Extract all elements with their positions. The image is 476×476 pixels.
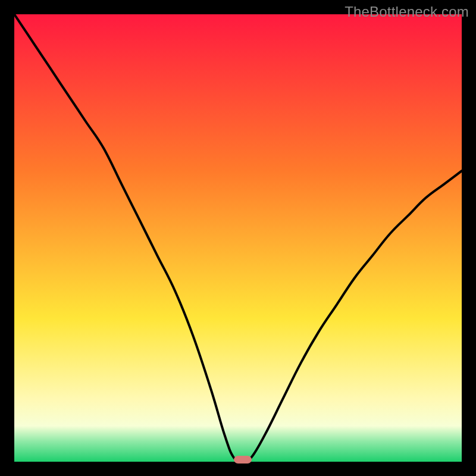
curve-line bbox=[14, 14, 462, 462]
plot-area bbox=[14, 14, 462, 462]
chart-container: TheBottleneck.com bbox=[0, 0, 476, 476]
watermark-text: TheBottleneck.com bbox=[345, 4, 469, 20]
minimum-marker bbox=[234, 456, 252, 464]
